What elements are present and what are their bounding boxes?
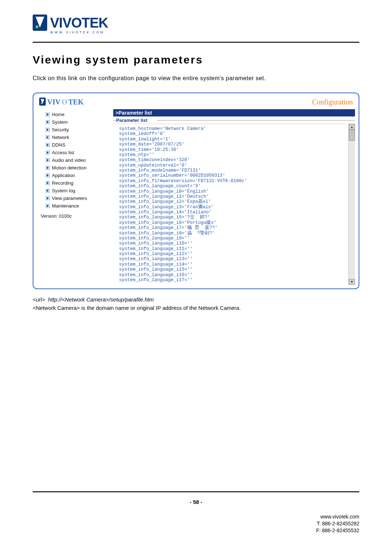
scroll-track[interactable] — [349, 141, 355, 279]
arrow-right-icon — [46, 173, 50, 177]
page-title: Viewing system parameters — [33, 54, 359, 66]
sidebar-item-label: Motion detection — [52, 165, 86, 171]
sidebar-item-ddns[interactable]: DDNS — [39, 141, 111, 149]
scroll-up-button[interactable]: ▲ — [349, 124, 355, 130]
arrow-right-icon — [46, 112, 50, 116]
arrow-right-icon — [46, 181, 50, 185]
url-value: http://<Network Camera>/setup/parafile.h… — [48, 296, 154, 303]
note-line: <Network Camera> is the domain name or o… — [33, 305, 359, 311]
vertical-scrollbar[interactable]: ▲ ▼ — [348, 124, 355, 285]
sidebar-item-maintenance[interactable]: Maintenance — [39, 202, 111, 210]
sidebar-item-label: DDNS — [52, 142, 65, 148]
arrow-right-icon — [46, 120, 50, 124]
vivotek-logo: VIVOTEK WWW.VIVOTEK.COM — [33, 11, 359, 36]
sidebar-item-label: View parameters — [52, 196, 87, 201]
vivotek-small-logo-icon: VIV O TEK — [39, 97, 94, 107]
config-body: HomeSystemSecurityNetworkDDNSAccess list… — [37, 109, 355, 285]
arrow-right-icon — [46, 166, 50, 170]
footer-divider — [33, 491, 359, 492]
sidebar-item-network[interactable]: Network — [39, 134, 111, 141]
arrow-right-icon — [46, 135, 50, 139]
svg-text:WWW.VIVOTEK.COM: WWW.VIVOTEK.COM — [50, 30, 105, 34]
footer-tel: T: 886-2-82455282 — [316, 520, 359, 527]
configuration-screenshot: VIV O TEK Configuration HomeSystemSecuri… — [33, 93, 359, 289]
sidebar-item-home[interactable]: Home — [39, 111, 111, 118]
svg-point-1 — [36, 25, 38, 28]
sidebar-item-label: Access list — [52, 150, 74, 155]
sidebar-item-label: Audio and video — [52, 157, 86, 163]
parameter-scroll-area: system_hostname='Network Camera' system_… — [113, 124, 355, 285]
sidebar-item-security[interactable]: Security — [39, 126, 111, 134]
sidebar-item-access-list[interactable]: Access list — [39, 149, 111, 156]
config-top-bar: VIV O TEK Configuration — [37, 96, 355, 109]
configuration-label: Configuration — [312, 98, 353, 106]
content-area: Viewing system parameters Click on this … — [0, 43, 392, 311]
footer-info: www.vivotek.com T: 886-2-82455282 F: 886… — [316, 513, 359, 534]
arrow-right-icon — [46, 189, 50, 193]
page-header: VIVOTEK WWW.VIVOTEK.COM — [0, 0, 392, 36]
sidebar-item-label: System log — [52, 188, 75, 193]
main-panel: >Parameter list Parameter list system_ho… — [113, 109, 355, 285]
footer-fax: F: 886-2-82455532 — [316, 527, 359, 534]
arrow-right-icon — [46, 151, 50, 155]
sidebar: HomeSystemSecurityNetworkDDNSAccess list… — [37, 109, 113, 285]
sidebar-item-label: Security — [52, 127, 69, 132]
intro-text: Click on this link on the configuration … — [33, 75, 359, 82]
svg-text:VIVOTEK: VIVOTEK — [50, 15, 109, 30]
arrow-right-icon — [46, 204, 50, 208]
sidebar-item-system[interactable]: System — [39, 118, 111, 126]
version-label: Version: 0100c — [39, 210, 111, 219]
sidebar-item-label: Application — [52, 173, 75, 178]
url-prefix: <url> — [33, 296, 45, 303]
svg-text:TEK: TEK — [68, 98, 84, 106]
sidebar-item-label: System — [52, 119, 68, 125]
sidebar-item-motion-detection[interactable]: Motion detection — [39, 164, 111, 172]
sidebar-item-label: Maintenance — [52, 203, 79, 209]
vivotek-logo-icon: VIVOTEK WWW.VIVOTEK.COM — [33, 11, 127, 36]
page-number: - 58 - — [0, 499, 392, 505]
parameter-list-subheader: Parameter list — [113, 116, 355, 124]
arrow-right-icon — [46, 196, 50, 200]
scroll-thumb[interactable] — [349, 130, 355, 141]
sidebar-item-application[interactable]: Application — [39, 172, 111, 179]
sidebar-item-audio-and-video[interactable]: Audio and video — [39, 156, 111, 164]
arrow-right-icon — [46, 158, 50, 162]
svg-text:VIV: VIV — [47, 98, 61, 106]
svg-point-5 — [41, 103, 42, 104]
parameter-list-header: >Parameter list — [113, 109, 355, 116]
sidebar-item-view-parameters[interactable]: View parameters — [39, 194, 111, 202]
sidebar-item-label: Recording — [52, 180, 73, 186]
arrow-right-icon — [46, 143, 50, 147]
arrow-right-icon — [46, 128, 50, 132]
url-line: <url> http://<Network Camera>/setup/para… — [33, 296, 359, 303]
sidebar-item-label: Network — [52, 135, 69, 140]
sidebar-item-label: Home — [52, 112, 65, 117]
parameter-text: system_hostname='Network Camera' system_… — [113, 124, 348, 285]
sidebar-item-recording[interactable]: Recording — [39, 179, 111, 187]
scroll-down-button[interactable]: ▼ — [349, 279, 355, 285]
sidebar-item-system-log[interactable]: System log — [39, 187, 111, 194]
footer-site: www.vivotek.com — [316, 513, 359, 520]
svg-text:O: O — [62, 98, 68, 106]
